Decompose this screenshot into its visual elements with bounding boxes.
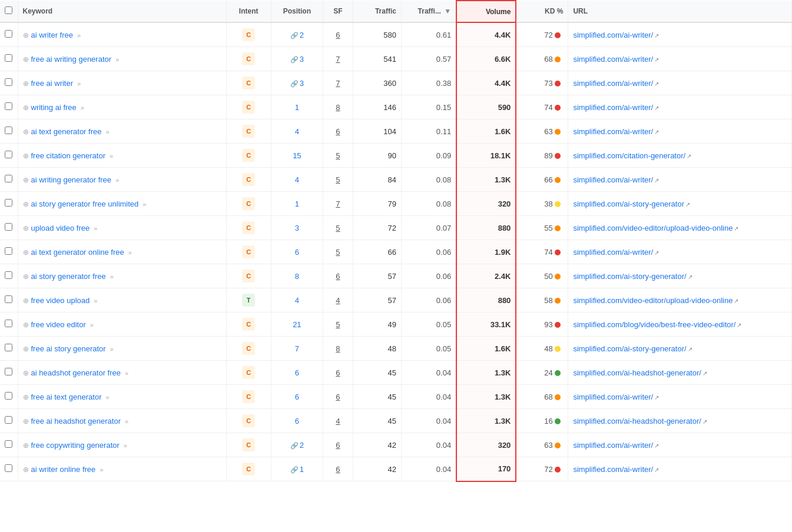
url-link[interactable]: simplified.com/ai-writer/ bbox=[573, 103, 653, 112]
url-link[interactable]: simplified.com/ai-writer/ bbox=[573, 248, 653, 257]
sf-cell[interactable]: 5 bbox=[323, 144, 353, 168]
traffic-filter-icon[interactable]: ▼ bbox=[444, 7, 451, 15]
keyword-cell[interactable]: ⊕ai text generator free » bbox=[18, 119, 226, 144]
url-link[interactable]: simplified.com/ai-story-generator/ bbox=[573, 272, 686, 281]
row-checkbox[interactable] bbox=[5, 440, 12, 448]
url-link[interactable]: simplified.com/ai-writer/ bbox=[573, 55, 653, 64]
url-link[interactable]: simplified.com/ai-writer/ bbox=[573, 31, 653, 39]
sf-cell[interactable]: 6 bbox=[323, 22, 353, 47]
sf-cell[interactable]: 6 bbox=[323, 361, 353, 385]
row-checkbox[interactable] bbox=[5, 464, 12, 472]
keyword-cell[interactable]: ⊕free ai story generator » bbox=[18, 337, 226, 361]
sf-cell[interactable]: 5 bbox=[323, 168, 353, 192]
url-link[interactable]: simplified.com/ai-story-generator/ bbox=[573, 344, 686, 353]
url-cell[interactable]: simplified.com/ai-writer/↗ bbox=[568, 433, 792, 457]
url-link[interactable]: simplified.com/video-editor/upload-video… bbox=[573, 296, 733, 305]
sf-cell[interactable]: 6 bbox=[323, 385, 353, 409]
sf-cell[interactable]: 6 bbox=[323, 264, 353, 288]
url-cell[interactable]: simplified.com/ai-story-generator↗ bbox=[568, 192, 792, 216]
sf-cell[interactable]: 5 bbox=[323, 312, 353, 337]
sf-cell[interactable]: 8 bbox=[323, 337, 353, 361]
position-cell: 4 bbox=[271, 168, 323, 192]
keyword-cell[interactable]: ⊕free ai text generator » bbox=[18, 385, 226, 409]
url-cell[interactable]: simplified.com/ai-writer/↗ bbox=[568, 95, 792, 119]
row-checkbox[interactable] bbox=[5, 175, 12, 182]
row-checkbox[interactable] bbox=[5, 102, 12, 110]
keyword-text: ai story generator free bbox=[31, 272, 106, 281]
sf-cell[interactable]: 6 bbox=[323, 457, 353, 481]
row-checkbox[interactable] bbox=[5, 127, 12, 134]
url-link[interactable]: simplified.com/ai-writer/ bbox=[573, 175, 653, 184]
url-cell[interactable]: simplified.com/ai-story-generator/↗ bbox=[568, 264, 792, 288]
sf-cell[interactable]: 5 bbox=[323, 240, 353, 264]
keyword-cell[interactable]: ⊕free copywriting generator » bbox=[18, 433, 226, 457]
sf-cell[interactable]: 6 bbox=[323, 433, 353, 457]
url-cell[interactable]: simplified.com/ai-writer/↗ bbox=[568, 168, 792, 192]
row-checkbox[interactable] bbox=[5, 416, 12, 424]
keyword-cell[interactable]: ⊕free ai writing generator » bbox=[18, 47, 226, 71]
url-cell[interactable]: simplified.com/ai-writer/↗ bbox=[568, 71, 792, 95]
url-link[interactable]: simplified.com/ai-writer/ bbox=[573, 393, 653, 401]
url-cell[interactable]: simplified.com/ai-writer/↗ bbox=[568, 385, 792, 409]
keyword-cell[interactable]: ⊕free video editor » bbox=[18, 312, 226, 337]
keyword-cell[interactable]: ⊕ai story generator free » bbox=[18, 264, 226, 288]
sf-cell[interactable]: 4 bbox=[323, 409, 353, 433]
url-cell[interactable]: simplified.com/ai-writer/↗ bbox=[568, 47, 792, 71]
keyword-cell[interactable]: ⊕upload video free » bbox=[18, 216, 226, 240]
sf-cell[interactable]: 8 bbox=[323, 95, 353, 119]
row-checkbox[interactable] bbox=[5, 54, 12, 62]
url-cell[interactable]: simplified.com/ai-headshot-generator/↗ bbox=[568, 409, 792, 433]
sf-cell[interactable]: 7 bbox=[323, 71, 353, 95]
keyword-cell[interactable]: ⊕free ai headshot generator » bbox=[18, 409, 226, 433]
row-checkbox[interactable] bbox=[5, 344, 12, 351]
sf-cell[interactable]: 6 bbox=[323, 119, 353, 144]
volume-value: 1.3K bbox=[495, 175, 511, 184]
url-link[interactable]: simplified.com/ai-writer/ bbox=[573, 79, 653, 88]
keyword-cell[interactable]: ⊕free video upload » bbox=[18, 288, 226, 312]
keyword-cell[interactable]: ⊕ai writer free » bbox=[18, 22, 226, 47]
row-checkbox[interactable] bbox=[5, 151, 12, 158]
url-link[interactable]: simplified.com/ai-writer/ bbox=[573, 465, 653, 474]
keyword-cell[interactable]: ⊕ai story generator free unlimited » bbox=[18, 192, 226, 216]
keyword-cell[interactable]: ⊕ai writer online free » bbox=[18, 457, 226, 481]
row-checkbox[interactable] bbox=[5, 247, 12, 255]
keyword-cell[interactable]: ⊕free citation generator » bbox=[18, 144, 226, 168]
row-checkbox[interactable] bbox=[5, 30, 12, 38]
url-cell[interactable]: simplified.com/ai-writer/↗ bbox=[568, 119, 792, 144]
keyword-cell[interactable]: ⊕ai headshot generator free » bbox=[18, 361, 226, 385]
row-checkbox[interactable] bbox=[5, 295, 12, 303]
keyword-cell[interactable]: ⊕ai writing generator free » bbox=[18, 168, 226, 192]
row-checkbox[interactable] bbox=[5, 223, 12, 231]
url-link[interactable]: simplified.com/ai-headshot-generator/ bbox=[573, 417, 701, 425]
row-checkbox[interactable] bbox=[5, 320, 12, 327]
url-cell[interactable]: simplified.com/ai-headshot-generator/↗ bbox=[568, 361, 792, 385]
sf-cell[interactable]: 7 bbox=[323, 192, 353, 216]
url-cell[interactable]: simplified.com/video-editor/upload-video… bbox=[568, 288, 792, 312]
url-link[interactable]: simplified.com/video-editor/upload-video… bbox=[573, 224, 733, 232]
url-link[interactable]: simplified.com/ai-story-generator bbox=[573, 200, 684, 208]
row-checkbox[interactable] bbox=[5, 368, 12, 375]
url-link[interactable]: simplified.com/blog/video/best-free-vide… bbox=[573, 320, 735, 329]
keyword-cell[interactable]: ⊕ai text generator online free » bbox=[18, 240, 226, 264]
sf-cell[interactable]: 4 bbox=[323, 288, 353, 312]
row-checkbox[interactable] bbox=[5, 271, 12, 279]
url-cell[interactable]: simplified.com/blog/video/best-free-vide… bbox=[568, 312, 792, 337]
row-checkbox[interactable] bbox=[5, 78, 12, 86]
url-cell[interactable]: simplified.com/ai-writer/↗ bbox=[568, 240, 792, 264]
url-cell[interactable]: simplified.com/ai-story-generator/↗ bbox=[568, 337, 792, 361]
keyword-cell[interactable]: ⊕free ai writer » bbox=[18, 71, 226, 95]
keyword-cell[interactable]: ⊕writing ai free » bbox=[18, 95, 226, 119]
url-link[interactable]: simplified.com/ai-writer/ bbox=[573, 441, 653, 450]
row-checkbox[interactable] bbox=[5, 392, 12, 400]
sf-cell[interactable]: 5 bbox=[323, 216, 353, 240]
sf-cell[interactable]: 7 bbox=[323, 47, 353, 71]
url-link[interactable]: simplified.com/ai-headshot-generator/ bbox=[573, 368, 701, 377]
url-cell[interactable]: simplified.com/citation-generator/↗ bbox=[568, 144, 792, 168]
url-link[interactable]: simplified.com/ai-writer/ bbox=[573, 127, 653, 136]
url-cell[interactable]: simplified.com/ai-writer/↗ bbox=[568, 22, 792, 47]
url-link[interactable]: simplified.com/citation-generator/ bbox=[573, 151, 685, 160]
select-all-checkbox[interactable] bbox=[5, 6, 12, 14]
row-checkbox[interactable] bbox=[5, 199, 12, 207]
url-cell[interactable]: simplified.com/ai-writer/↗ bbox=[568, 457, 792, 481]
url-cell[interactable]: simplified.com/video-editor/upload-video… bbox=[568, 216, 792, 240]
